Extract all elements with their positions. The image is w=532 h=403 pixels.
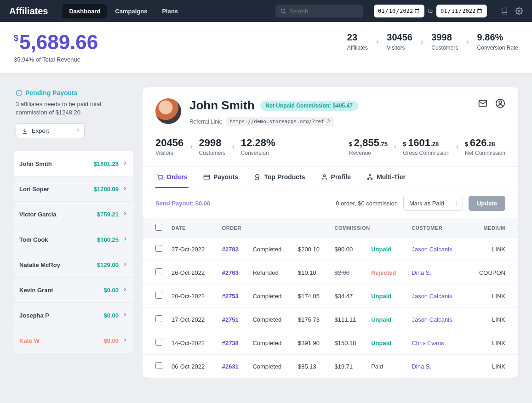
send-payout-link[interactable]: Send Payout: $0.00 (155, 200, 210, 207)
chevron-right-icon: › (466, 38, 469, 46)
customer-link[interactable]: Chris Evans (412, 340, 444, 346)
tree-icon (366, 174, 373, 181)
cell-medium: LINK (466, 331, 518, 355)
date-to-label: to (428, 8, 433, 14)
nav-dashboard[interactable]: Dashboard (63, 4, 107, 18)
referral-link-value[interactable]: https://demo.storeapps.org/?ref=2 (226, 117, 334, 126)
stat-visitors: 20456Visitors (155, 137, 183, 156)
cell-medium: LINK (466, 284, 518, 308)
sidebar: Pending Payouts 3 affiliates needs to be… (14, 87, 133, 353)
tab-profile[interactable]: Profile (320, 167, 352, 188)
date-to-input[interactable] (436, 5, 487, 17)
docs-icon[interactable] (501, 7, 508, 15)
update-button[interactable]: Update (469, 196, 505, 211)
affiliate-item[interactable]: John Smith $1601.28 (14, 151, 133, 176)
th-medium: MEDIUM (466, 218, 518, 238)
chevron-right-icon (122, 261, 128, 267)
customer-link[interactable]: Jason Calcanis (412, 246, 452, 253)
affiliate-amount: $300.25 (97, 236, 119, 243)
user-icon (321, 174, 328, 181)
cell-order-amount: $391.90 (293, 331, 330, 355)
nav-plans[interactable]: Plans (155, 4, 184, 18)
table-row: 26-Oct-2022 #2763 Refunded $10.10 $2.00 … (143, 261, 518, 284)
date-from-input[interactable] (374, 5, 424, 17)
row-checkbox[interactable] (155, 315, 162, 322)
affiliate-amount: $1601.28 (94, 160, 119, 167)
row-checkbox[interactable] (155, 268, 162, 275)
table-row: 14-Oct-2022 #2738 Completed $391.90 $150… (143, 331, 518, 355)
stat-revenue: $ 2,855.75Revenue (349, 137, 388, 156)
email-icon[interactable] (478, 98, 488, 108)
export-button[interactable]: Export (16, 123, 85, 138)
tab-top-products[interactable]: Top Products (253, 167, 306, 188)
chevron-right-icon: › (376, 38, 378, 46)
th-date: DATE (167, 218, 217, 238)
customer-link[interactable]: Jason Calcanis (412, 293, 452, 300)
metric-affiliates: 23Affiliates (347, 32, 368, 51)
customer-link[interactable]: Dina S. (412, 363, 431, 370)
tab-payouts[interactable]: Payouts (202, 167, 239, 188)
affiliate-name: Josepha P (19, 312, 49, 319)
cell-commission-status: Unpaid (366, 331, 407, 355)
cell-medium: LINK (466, 308, 518, 331)
info-icon (16, 90, 23, 96)
nav-campaigns[interactable]: Campaigns (109, 4, 154, 18)
order-link[interactable]: #2763 (222, 269, 239, 276)
row-checkbox[interactable] (155, 362, 162, 369)
svg-line-1 (285, 12, 286, 14)
select-all-checkbox[interactable] (155, 224, 162, 231)
cell-order-status: Completed (248, 308, 293, 331)
affiliate-item[interactable]: Josepha P $0.00 (14, 303, 133, 328)
customer-link[interactable]: Jason Calcanis (412, 316, 452, 323)
pending-payouts-title: Pending Payouts (25, 89, 78, 96)
date-range: to (374, 5, 487, 17)
svg-point-2 (518, 10, 520, 12)
order-link[interactable]: #2738 (222, 340, 239, 346)
nav-pills: Dashboard Campaigns Plans (63, 4, 184, 18)
search-icon (280, 7, 286, 15)
affiliate-amount: $129.00 (97, 261, 119, 268)
cell-medium: COUPON (466, 261, 518, 284)
row-checkbox[interactable] (155, 245, 162, 252)
row-checkbox[interactable] (155, 292, 162, 299)
affiliate-item[interactable]: Victor Garcia $759.21 (14, 202, 133, 227)
affiliate-name: Tom Cook (19, 236, 48, 243)
order-link[interactable]: #2782 (222, 246, 239, 253)
affiliate-item[interactable]: Kevin Grant $0.00 (14, 278, 133, 303)
svg-point-9 (159, 179, 159, 180)
cell-commission-amount: $90.00 (330, 238, 367, 261)
order-link[interactable]: #2751 (222, 316, 239, 323)
affiliate-item[interactable]: Tom Cook $300.25 (14, 227, 133, 252)
affiliate-item[interactable]: Kate W $0.00 (14, 328, 133, 353)
tab-orders[interactable]: Orders (155, 167, 189, 188)
chevron-right-icon: › (232, 142, 235, 151)
order-link[interactable]: #2753 (222, 293, 239, 300)
profile-icon[interactable] (495, 98, 505, 108)
search-input[interactable] (289, 8, 358, 15)
customer-link[interactable]: Dina S. (412, 269, 431, 276)
cell-commission-amount: $111.11 (330, 308, 367, 331)
cell-date: 14-Oct-2022 (167, 331, 217, 355)
cell-order-amount: $200.10 (293, 238, 330, 261)
or_selection-summary: 0 order, $0 commission (336, 200, 398, 207)
affiliate-name: John Smith (19, 160, 52, 167)
mark-as-select[interactable]: Mark as Paid (403, 196, 463, 211)
award-icon (254, 174, 261, 181)
affiliate-item[interactable]: Natalie McRoy $129.00 (14, 252, 133, 278)
tab-multitier[interactable]: Multi-Tier (366, 167, 406, 188)
cell-order-amount: $174.05 (293, 284, 330, 308)
settings-icon[interactable] (515, 7, 523, 15)
row-checkbox[interactable] (155, 339, 162, 346)
chevron-right-icon (122, 160, 128, 166)
affiliate-amount: $759.21 (97, 211, 119, 218)
cell-commission-status: Unpaid (366, 284, 407, 308)
svg-point-13 (256, 174, 259, 178)
chevron-right-icon: › (456, 142, 458, 151)
affiliate-item[interactable]: Lori Soper $1208.09 (14, 176, 133, 202)
affiliate-name: Lori Soper (19, 186, 49, 193)
cell-commission-amount: $2.00 (330, 261, 367, 284)
svg-point-10 (162, 179, 162, 180)
download-icon (22, 128, 28, 134)
search-box[interactable] (275, 5, 363, 17)
order-link[interactable]: #2631 (222, 363, 239, 370)
